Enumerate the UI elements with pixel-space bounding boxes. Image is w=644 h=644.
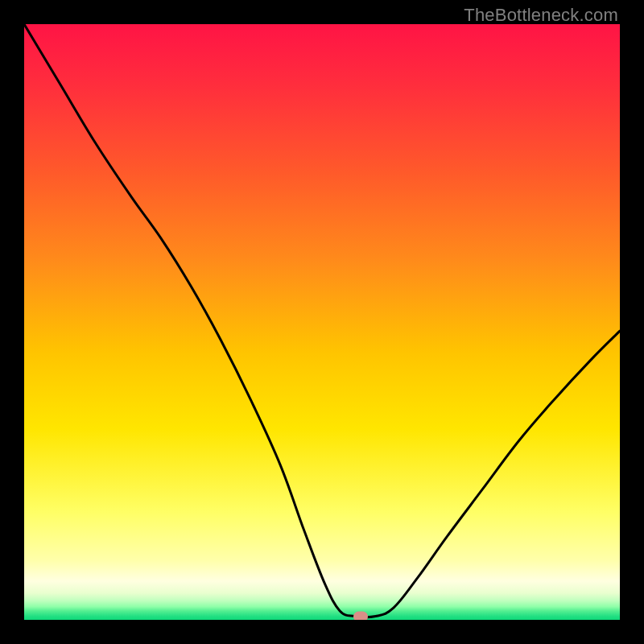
plot-svg	[24, 24, 620, 620]
optimal-point-marker	[353, 611, 368, 620]
plot-area	[24, 24, 620, 620]
watermark-text: TheBottleneck.com	[464, 5, 618, 26]
chart-frame: TheBottleneck.com	[0, 0, 644, 644]
gradient-background	[24, 24, 620, 620]
